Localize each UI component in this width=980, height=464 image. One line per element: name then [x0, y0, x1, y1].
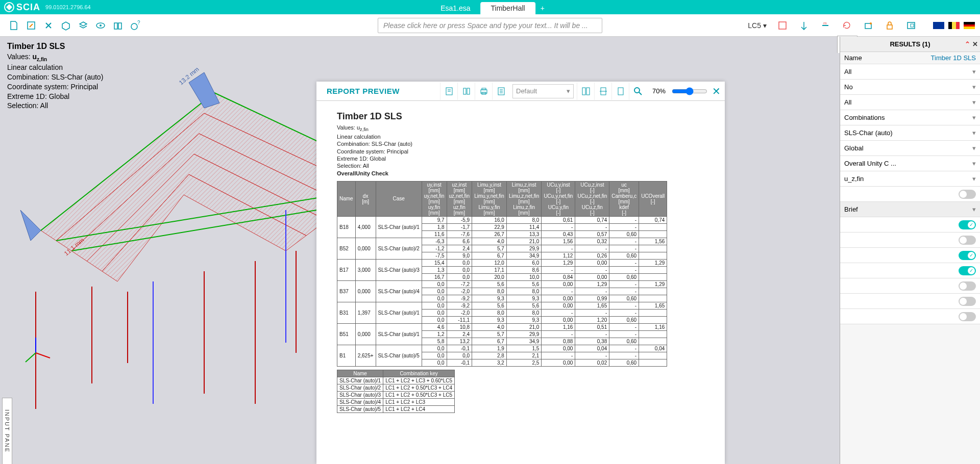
property-row[interactable]: Overall Unity C ...▾ — [840, 156, 980, 171]
combo-table: NameCombination keySLS-Char (auto)/1LC1 … — [337, 370, 455, 413]
collapse-icon[interactable]: ⌃ — [965, 40, 970, 48]
report-icon-4[interactable] — [492, 83, 509, 100]
svg-point-4 — [131, 23, 137, 30]
results-header: RESULTS (1) ⌃✕ — [840, 37, 980, 52]
tb-icon-2[interactable] — [795, 17, 813, 34]
box-icon[interactable] — [57, 17, 75, 34]
input-panel-tab[interactable]: INPUT PANE — [2, 398, 12, 464]
page-fit-icon[interactable] — [611, 83, 629, 100]
main-toolbar: ? Please click here or press Space and t… — [0, 14, 980, 37]
report-icon-2[interactable] — [457, 83, 475, 100]
help-icon[interactable]: ? — [127, 17, 144, 34]
property-row[interactable] — [840, 278, 980, 294]
toggle[interactable] — [959, 220, 976, 229]
lock-icon[interactable] — [881, 17, 898, 34]
property-row[interactable]: All▾ — [840, 95, 980, 110]
svg-point-52 — [634, 88, 640, 93]
document-tabs: Esa1.esa TimberHall + — [430, 0, 550, 14]
doc-title: Timber 1D SLS — [337, 111, 704, 122]
flag-de[interactable] — [964, 22, 975, 29]
print-icon[interactable] — [475, 83, 492, 100]
zoom-icon[interactable] — [629, 83, 646, 100]
panel-close-icon[interactable]: ✕ — [972, 40, 978, 48]
main-area: 13.2 mm 11.1 mm Timber 1D SLS Values: uz… — [0, 37, 980, 464]
svg-marker-32 — [20, 210, 41, 241]
svg-rect-6 — [779, 22, 786, 29]
tb-icon-7[interactable] — [902, 17, 920, 34]
template-select[interactable]: Default▾ — [512, 84, 574, 98]
layout-icon[interactable] — [577, 83, 594, 100]
property-row[interactable]: All▾ — [840, 64, 980, 80]
property-row[interactable] — [840, 233, 980, 248]
svg-text:m: m — [823, 21, 827, 25]
eye-icon[interactable] — [92, 17, 109, 34]
report-preview-panel: REPORT PREVIEW Default▾ 70% ✕ Timber 1D … — [316, 82, 725, 464]
svg-text:?: ? — [137, 20, 140, 25]
toggle[interactable] — [959, 251, 976, 260]
overlay-title: Timber 1D SLS — [7, 41, 103, 52]
property-row[interactable] — [840, 248, 980, 263]
svg-rect-41 — [463, 88, 466, 94]
tb-icon-3[interactable]: m — [817, 17, 834, 34]
svg-point-9 — [870, 22, 872, 24]
property-row[interactable] — [840, 187, 980, 202]
zoom-value: 70% — [646, 87, 672, 95]
results-name-row: Name Timber 1D SLS — [840, 52, 980, 64]
report-body[interactable]: Timber 1D SLS Values: uz,fin Linear calc… — [316, 101, 725, 464]
report-title: REPORT PREVIEW — [316, 87, 410, 95]
property-row[interactable] — [840, 263, 980, 278]
property-row[interactable]: Global▾ — [840, 141, 980, 156]
property-row[interactable] — [840, 217, 980, 233]
results-table: Namedx[m]Caseuy,inst[mm]uy,net,fin[mm]uy… — [337, 181, 667, 367]
toggle[interactable] — [959, 281, 976, 291]
overlay-info: Timber 1D SLS Values: uz,fin Linear calc… — [7, 41, 103, 111]
new-file-icon[interactable] — [5, 17, 22, 34]
svg-rect-48 — [586, 88, 590, 95]
refresh-icon[interactable] — [838, 17, 855, 34]
property-row[interactable]: Brief▾ — [840, 202, 980, 217]
flag-eu[interactable] — [933, 22, 944, 29]
zoom-slider[interactable] — [672, 87, 707, 95]
tab-esa1[interactable]: Esa1.esa — [430, 2, 480, 14]
property-row[interactable]: SLS-Char (auto)▾ — [840, 125, 980, 141]
svg-point-3 — [100, 24, 102, 27]
toggle[interactable] — [959, 297, 976, 306]
property-row[interactable]: u_z,fin▾ — [840, 171, 980, 187]
svg-rect-42 — [467, 88, 470, 94]
loadcase-select[interactable]: LC5▾ — [745, 20, 770, 31]
toggle[interactable] — [959, 236, 976, 245]
property-row[interactable] — [840, 294, 980, 309]
svg-rect-10 — [887, 25, 892, 29]
svg-rect-12 — [911, 24, 914, 27]
svg-marker-31 — [189, 72, 219, 108]
tab-timberhall[interactable]: TimberHall — [481, 2, 535, 14]
tb-icon-5[interactable] — [860, 17, 877, 34]
close-icon[interactable]: ✕ — [707, 85, 725, 97]
title-bar: SCIA 99.01021.2796.64 Esa1.esa TimberHal… — [0, 0, 980, 14]
tools-icon[interactable] — [40, 17, 57, 34]
svg-rect-47 — [582, 88, 585, 95]
app-version: 99.01021.2796.64 — [45, 4, 91, 10]
svg-line-36 — [36, 353, 50, 358]
results-panel: RESULTS (1) ⌃✕ Name Timber 1D SLS All▾No… — [840, 37, 980, 464]
command-input[interactable]: Please click here or press Space and typ… — [378, 18, 602, 33]
edit-icon[interactable] — [22, 17, 40, 34]
flag-be[interactable] — [948, 22, 960, 29]
app-logo: SCIA — [4, 2, 40, 13]
toggle[interactable] — [959, 190, 976, 199]
page-width-icon[interactable] — [594, 83, 611, 100]
layers-icon[interactable] — [75, 17, 92, 34]
svg-rect-51 — [618, 88, 623, 95]
svg-line-53 — [639, 92, 642, 95]
svg-line-37 — [26, 353, 36, 362]
report-icon-1[interactable] — [440, 83, 457, 100]
tab-add[interactable]: + — [535, 2, 550, 14]
toggle[interactable] — [959, 266, 976, 275]
book-icon[interactable] — [109, 17, 127, 34]
toggle[interactable] — [959, 312, 976, 321]
tb-icon-1[interactable] — [774, 17, 791, 34]
svg-rect-44 — [482, 88, 486, 90]
property-row[interactable]: Combinations▾ — [840, 110, 980, 125]
property-row[interactable]: No▾ — [840, 80, 980, 95]
property-row[interactable] — [840, 309, 980, 324]
